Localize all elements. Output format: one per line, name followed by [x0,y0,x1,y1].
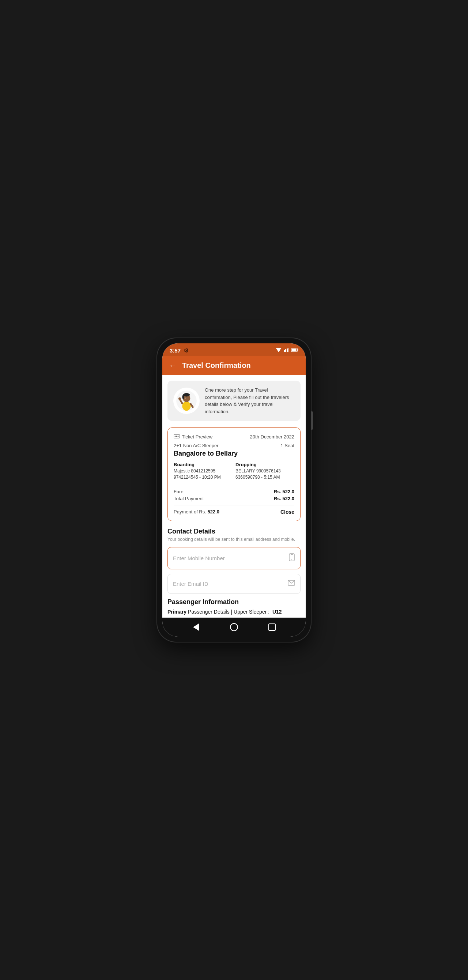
seat-code: U12 [272,609,282,615]
dropping-title: Dropping [236,462,294,467]
total-label: Total Payment [174,496,204,501]
wifi-icon [276,348,282,353]
avatar [173,388,200,414]
fare-label: Fare [174,489,183,495]
mobile-icon [288,553,295,563]
email-field[interactable]: Enter Email ID [167,574,301,594]
boarding-col: Boarding Majestic 8041212595 9742124545 … [174,462,232,480]
passenger-details-text: Passenger Details | Upper Sleeper : [188,609,269,615]
primary-label: Primary [167,609,186,615]
svg-rect-7 [292,349,296,352]
contact-title: Contact Details [167,528,301,535]
banner-text: One more step for your Travel confirmati… [205,387,295,415]
fare-row: Fare Rs. 522.0 [174,489,294,495]
info-banner: One more step for your Travel confirmati… [167,381,301,421]
svg-point-22 [291,559,292,560]
status-bar: 3:57 ⚙ [162,344,306,356]
svg-point-15 [185,398,186,399]
total-payment-row: Total Payment Rs. 522.0 [174,496,294,501]
close-button[interactable]: Close [280,509,294,515]
back-button[interactable]: ← [169,361,176,370]
passenger-section-title: Passenger Information [167,598,301,606]
email-placeholder: Enter Email ID [173,581,209,587]
battery-icon [291,348,298,353]
svg-rect-23 [291,554,293,555]
svg-point-20 [178,436,179,437]
svg-rect-4 [288,348,289,352]
divider-1 [174,485,294,485]
nav-recent-button[interactable] [267,622,277,632]
ticket-route: Bangalore to Bellary [174,450,294,457]
page-header: ← Travel Confirmation [162,356,306,375]
main-content: One more step for your Travel confirmati… [162,375,306,617]
dropping-col: Dropping BELLARY 9900576143 6360590798 -… [236,462,294,480]
dropping-info: BELLARY 9900576143 6360590798 - 5:15 AM [236,468,294,480]
passenger-primary-label: Primary Passenger Details | Upper Sleepe… [167,609,301,615]
status-icons [276,348,298,353]
mobile-number-field[interactable]: Enter Mobile Number [167,547,301,570]
home-circle-icon [230,623,238,631]
signal-icon [284,348,289,353]
fare-value: Rs. 522.0 [274,489,294,495]
svg-rect-1 [284,350,285,352]
phone-screen: 3:57 ⚙ [162,344,306,636]
svg-marker-0 [276,348,282,352]
recent-square-icon [268,624,276,631]
payment-text: Payment of Rs. 522.0 [174,509,220,514]
contact-subtitle: Your booking details will be sent to thi… [167,537,301,542]
phone-frame: 3:57 ⚙ [157,338,311,642]
page-title: Travel Confirmation [182,361,251,370]
nav-back-button[interactable] [191,622,201,632]
ticket-card: Ticket Preview 20th December 2022 2+1 No… [167,428,301,521]
back-triangle-icon [193,624,199,631]
email-icon [288,580,295,588]
bottom-nav [162,617,306,636]
volume-button [311,411,313,430]
svg-rect-6 [298,349,298,351]
divider-2 [174,505,294,505]
svg-rect-3 [287,348,288,352]
svg-rect-2 [285,349,286,352]
bus-type: 2+1 Non A/C Sleeper [174,443,219,448]
boarding-dropping: Boarding Majestic 8041212595 9742124545 … [174,462,294,480]
status-time: 3:57 [170,347,181,353]
nav-home-button[interactable] [229,622,239,632]
payment-footer: Payment of Rs. 522.0 Close [174,509,294,515]
gear-icon: ⚙ [183,347,189,354]
svg-point-16 [178,398,181,400]
boarding-title: Boarding [174,462,232,467]
svg-point-9 [182,401,191,411]
svg-point-14 [182,395,184,399]
total-value: Rs. 522.0 [274,496,294,501]
ticket-icon [174,434,180,440]
ticket-date: 20th December 2022 [250,434,294,439]
mobile-placeholder: Enter Mobile Number [173,555,225,561]
svg-point-19 [176,436,177,437]
seat-count: 1 Seat [280,443,294,448]
boarding-info: Majestic 8041212595 9742124545 - 10:20 P… [174,468,232,480]
ticket-label: Ticket Preview [174,434,212,440]
svg-point-18 [175,436,176,437]
